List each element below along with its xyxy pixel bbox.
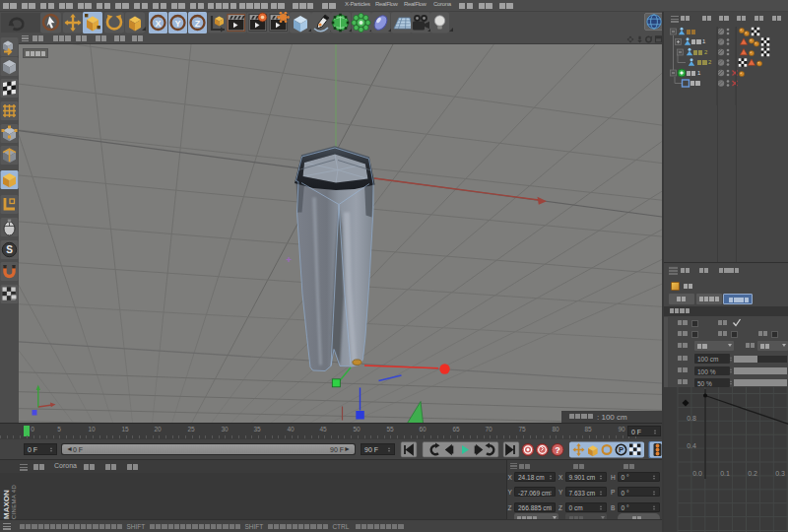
svg-text:0.8: 0.8	[687, 415, 696, 422]
svg-text:0.2: 0.2	[748, 470, 757, 477]
svg-text:X: X	[155, 19, 161, 29]
svg-text:P: P	[619, 445, 624, 454]
svg-text:Z: Z	[195, 19, 201, 29]
svg-text:0.3: 0.3	[775, 470, 785, 477]
svg-text:S: S	[6, 244, 13, 255]
svg-text:0.4: 0.4	[687, 442, 696, 449]
svg-text:0.1: 0.1	[720, 470, 730, 477]
svg-text:Y: Y	[174, 19, 180, 29]
svg-text:0.0: 0.0	[692, 470, 702, 477]
svg-text:?: ?	[555, 445, 560, 455]
